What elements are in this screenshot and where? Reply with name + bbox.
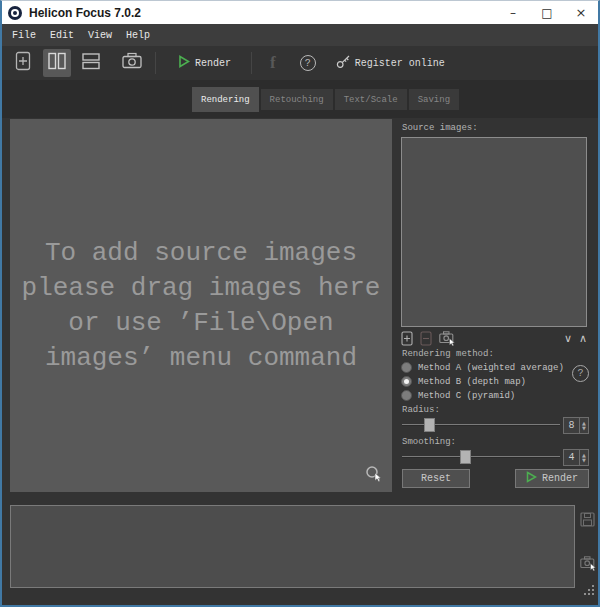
menu-view[interactable]: View	[81, 30, 119, 41]
open-images-button[interactable]	[9, 49, 37, 77]
method-a-label: Method A (weighted average)	[418, 363, 564, 373]
register-online-label: Register online	[355, 58, 445, 69]
smoothing-spinner[interactable]: 4 ▲ ▼	[563, 449, 589, 466]
camera-remote-button[interactable]	[118, 49, 146, 77]
tab-rendering[interactable]: Rendering	[192, 87, 259, 112]
smoothing-value: 4	[564, 452, 579, 463]
smoothing-label: Smoothing:	[402, 437, 456, 447]
toolbar-separator	[251, 52, 252, 74]
facebook-icon[interactable]: f	[270, 53, 276, 73]
method-c-radio[interactable]	[401, 390, 412, 401]
play-icon	[526, 471, 537, 486]
drop-message-line: To add source images	[22, 236, 381, 271]
render-button[interactable]: Render	[515, 469, 589, 488]
camera-icon	[122, 52, 142, 74]
minimize-button[interactable]: –	[496, 1, 530, 24]
horizontal-split-view-button[interactable]	[77, 49, 105, 77]
add-images-icon[interactable]	[401, 331, 413, 346]
rendering-method-label: Rendering method:	[402, 349, 494, 359]
image-drop-area[interactable]: To add source images please drag images …	[10, 119, 392, 492]
radius-value: 8	[564, 420, 579, 431]
source-list-toolbar: ∨ ∧	[401, 330, 587, 346]
tab-strip: Rendering Retouching Text/Scale Saving	[2, 80, 598, 118]
smoothing-slider-handle[interactable]	[460, 450, 471, 464]
app-logo-icon	[8, 6, 22, 20]
method-c-label: Method C (pyramid)	[418, 391, 515, 401]
remove-images-icon[interactable]	[420, 331, 432, 346]
menubar: File Edit View Help	[2, 24, 598, 46]
help-icon[interactable]: ?	[300, 55, 316, 71]
method-help-icon[interactable]: ?	[572, 365, 589, 382]
method-b-radio[interactable]	[401, 376, 412, 387]
titlebar[interactable]: Helicon Focus 7.0.2 – □ ×	[2, 1, 598, 24]
toolbar-render-button[interactable]: Render	[178, 55, 231, 71]
tab-saving[interactable]: Saving	[409, 89, 459, 110]
smoothing-slider-track[interactable]	[402, 456, 560, 458]
reset-label: Reset	[421, 473, 451, 484]
vertical-split-view-button[interactable]	[43, 49, 71, 77]
smoothing-slider[interactable]	[402, 449, 560, 465]
toolbar-render-label: Render	[195, 58, 231, 69]
drop-message-line: please drag images here	[22, 271, 381, 306]
maximize-button[interactable]: □	[530, 1, 564, 24]
move-up-icon[interactable]: ∧	[579, 333, 587, 344]
camera-capture-icon[interactable]	[439, 331, 456, 346]
menu-file[interactable]: File	[5, 30, 43, 41]
radius-label: Radius:	[402, 405, 440, 415]
key-icon	[336, 54, 351, 72]
menu-edit[interactable]: Edit	[43, 30, 81, 41]
tab-retouching[interactable]: Retouching	[261, 89, 333, 110]
add-file-icon	[15, 51, 31, 76]
radius-slider[interactable]	[402, 417, 560, 433]
window-controls: – □ ×	[496, 1, 598, 24]
log-output-box[interactable]	[10, 505, 575, 588]
source-images-label: Source images:	[402, 123, 478, 133]
save-log-icon[interactable]	[580, 512, 595, 532]
vertical-split-icon	[47, 52, 67, 75]
move-down-icon[interactable]: ∨	[564, 333, 572, 344]
camera-capture-icon[interactable]	[580, 556, 597, 576]
toolbar-separator	[155, 52, 156, 74]
resize-grip[interactable]	[584, 583, 595, 601]
method-a-radio[interactable]	[401, 362, 412, 373]
spin-down-icon[interactable]: ▼	[582, 426, 586, 431]
drop-message-line: images’ menu command	[22, 341, 381, 376]
close-button[interactable]: ×	[564, 1, 598, 24]
spin-down-icon[interactable]: ▼	[582, 458, 586, 463]
content-area: To add source images please drag images …	[2, 118, 598, 605]
method-c-option[interactable]: Method C (pyramid)	[401, 390, 515, 401]
reset-button[interactable]: Reset	[402, 469, 470, 488]
play-icon	[178, 55, 190, 71]
method-a-option[interactable]: Method A (weighted average)	[401, 362, 564, 373]
radius-slider-handle[interactable]	[424, 418, 435, 432]
method-b-label: Method B (depth map)	[418, 377, 526, 387]
drop-message-line: or use ’File\Open	[22, 306, 381, 341]
menu-help[interactable]: Help	[119, 30, 157, 41]
radius-spinner[interactable]: 8 ▲ ▼	[563, 417, 589, 434]
method-b-option[interactable]: Method B (depth map)	[401, 376, 526, 387]
register-online-button[interactable]: Register online	[336, 54, 445, 72]
drop-message: To add source images please drag images …	[22, 236, 381, 376]
toolbar: Render f ? Register online	[2, 46, 598, 80]
render-label: Render	[542, 473, 578, 484]
source-images-list[interactable]	[401, 137, 587, 327]
window-title: Helicon Focus 7.0.2	[29, 6, 141, 20]
zoom-magnifier-icon[interactable]	[364, 464, 384, 484]
tab-text-scale[interactable]: Text/Scale	[335, 89, 407, 110]
horizontal-split-icon	[81, 52, 101, 75]
app-window: Helicon Focus 7.0.2 – □ × File Edit View…	[0, 0, 600, 607]
